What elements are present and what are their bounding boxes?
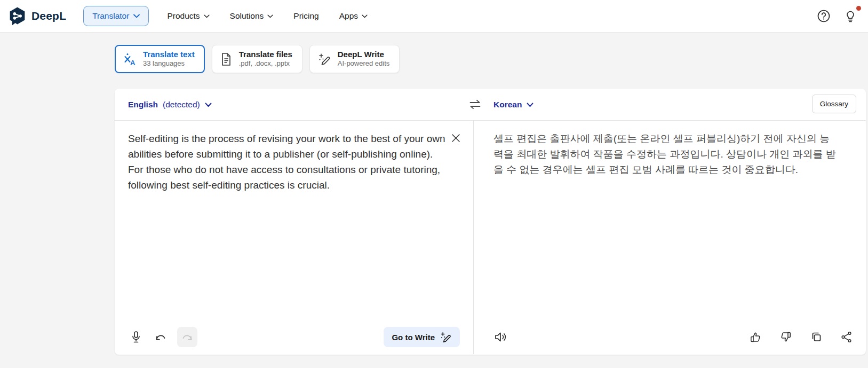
translation-output-text: 셀프 편집은 출판사에 제출(또는 온라인 셀프 퍼블리싱)하기 전에 자신의 … [474,121,866,177]
deepl-logo-icon [7,6,27,26]
source-panel: Self-editing is the process of revising … [115,121,474,354]
target-actions [748,327,854,347]
tab-subtitle: AI-powered edits [338,59,390,68]
header-actions [817,9,857,23]
tab-title: DeepL Write [338,50,390,60]
go-to-write-button[interactable]: Go to Write [384,327,460,347]
source-text-input[interactable]: Self-editing is the process of revising … [115,121,473,193]
svg-text:A: A [130,59,136,66]
whats-new-lightbulb-icon[interactable] [843,9,857,23]
translate-text-icon: A [123,52,137,66]
tab-deepl-write[interactable]: DeepL Write AI-powered edits [309,45,400,73]
tab-subtitle: .pdf, .docx, .pptx [239,59,292,68]
deepl-logo[interactable]: DeepL [7,6,66,26]
nav-item-label: Products [167,11,200,21]
notification-dot [856,6,861,11]
swap-languages-icon[interactable] [468,98,482,111]
pen-sparkle-icon [317,52,331,66]
pen-sparkle-icon [440,331,452,343]
target-language-name: Korean [493,100,522,109]
copy-icon[interactable] [809,327,823,347]
chevron-down-icon [527,103,533,107]
microphone-icon[interactable] [128,327,144,347]
nav-item-label: Apps [339,11,358,21]
chevron-down-icon [133,14,140,18]
nav-item-products[interactable]: Products [167,11,209,21]
translator-card: English (detected) Korean [115,89,866,355]
tab-translate-text[interactable]: A Translate text 33 languages [115,45,205,73]
help-icon[interactable] [817,9,831,23]
translation-panels: Self-editing is the process of revising … [115,121,866,354]
document-icon [220,52,233,66]
listen-speaker-icon[interactable] [492,327,508,347]
redo-icon[interactable] [177,327,197,347]
chevron-down-icon [267,14,273,18]
source-language-selector[interactable]: English (detected) [128,89,212,121]
nav-item-solutions[interactable]: Solutions [230,11,274,21]
main-area: A Translate text 33 languages Translate … [0,33,868,368]
target-panel: 셀프 편집은 출판사에 제출(또는 온라인 셀프 퍼블리싱)하기 전에 자신의 … [474,121,866,354]
detected-label: (detected) [163,100,200,109]
tab-subtitle: 33 languages [143,59,195,68]
tab-translate-files[interactable]: Translate files .pdf, .docx, .pptx [212,45,302,73]
nav-item-apps[interactable]: Apps [339,11,368,21]
target-toolbar [492,327,854,347]
source-language-name: English [128,100,158,109]
go-to-write-label: Go to Write [392,333,435,342]
translator-label: Translator [92,11,129,21]
chevron-down-icon [205,103,212,107]
share-icon[interactable] [840,327,854,347]
translator-product-switcher[interactable]: Translator [83,6,149,26]
nav-item-label: Solutions [230,11,264,21]
thumbs-up-icon[interactable] [748,327,762,347]
tab-title: Translate files [239,50,292,60]
thumbs-down-icon[interactable] [779,327,793,347]
undo-icon[interactable] [152,327,170,347]
chevron-down-icon [204,14,210,18]
nav-item-pricing[interactable]: Pricing [293,11,318,21]
target-language-selector[interactable]: Korean [493,89,533,121]
glossary-button[interactable]: Glossary [812,95,856,113]
main-nav: Products Solutions Pricing Apps [167,11,368,21]
source-toolbar: Go to Write [128,327,460,347]
chevron-down-icon [362,14,368,18]
language-bar: English (detected) Korean [115,89,866,121]
clear-source-close-icon[interactable] [451,134,460,143]
deepl-wordmark: DeepL [31,10,66,22]
mode-tabs: A Translate text 33 languages Translate … [115,45,400,73]
nav-item-label: Pricing [293,11,318,21]
top-navigation-bar: DeepL Translator Products Solutions Pric… [0,0,868,33]
tab-title: Translate text [143,50,195,60]
